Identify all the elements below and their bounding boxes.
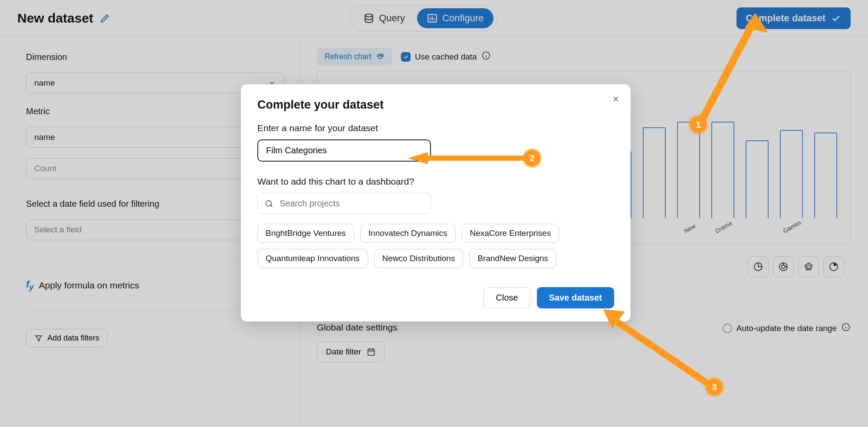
annotation-marker-2: 2 [524, 150, 540, 166]
project-chip[interactable]: NexaCore Enterprises [462, 224, 559, 243]
project-chip[interactable]: BrightBridge Ventures [257, 224, 354, 243]
dataset-name-input[interactable] [257, 139, 431, 162]
project-chip[interactable]: Newco Distributions [374, 249, 464, 268]
save-dataset-button[interactable]: Save dataset [537, 287, 614, 308]
project-search-input[interactable] [257, 193, 431, 214]
modal-title: Complete your dataset [257, 98, 614, 112]
dashboard-prompt: Want to add this chart to a dashboard? [257, 176, 614, 187]
annotation-marker-1: 1 [690, 116, 707, 133]
project-chip[interactable]: Quantumleap Innovations [257, 249, 368, 268]
project-chips: BrightBridge VenturesInnovatech Dynamics… [257, 224, 614, 268]
annotation-marker-3: 3 [706, 379, 723, 395]
project-chip[interactable]: BrandNew Designs [469, 249, 556, 268]
search-icon [264, 199, 274, 209]
project-chip[interactable]: Innovatech Dynamics [360, 224, 456, 243]
modal-close-button[interactable] [612, 95, 620, 105]
dataset-name-label: Enter a name for your dataset [257, 123, 614, 133]
svg-point-11 [266, 200, 272, 206]
modal-close-footer-button[interactable]: Close [483, 287, 531, 308]
complete-dataset-modal: Complete your dataset Enter a name for y… [241, 84, 631, 321]
